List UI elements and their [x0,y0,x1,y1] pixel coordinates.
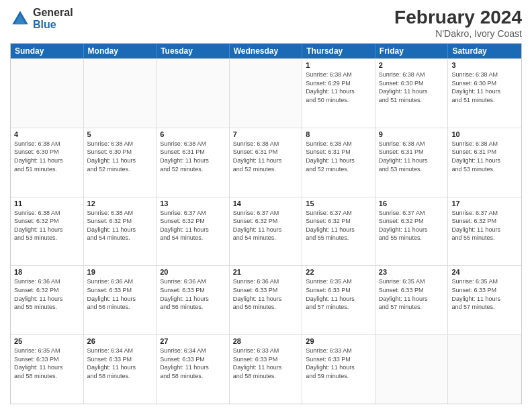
calendar-cell: 25Sunrise: 6:35 AM Sunset: 6:33 PM Dayli… [11,335,84,404]
calendar-cell: 9Sunrise: 6:38 AM Sunset: 6:31 PM Daylig… [375,128,449,197]
cell-info-text: Sunrise: 6:35 AM Sunset: 6:33 PM Dayligh… [451,277,518,311]
calendar-cell: 5Sunrise: 6:38 AM Sunset: 6:30 PM Daylig… [84,128,157,197]
logo-text: General Blue [33,7,73,30]
cell-date-number: 13 [160,199,226,208]
calendar-cell [11,59,84,128]
cell-info-text: Sunrise: 6:38 AM Sunset: 6:32 PM Dayligh… [87,209,153,242]
calendar-header-cell: Sunday [11,44,84,58]
cell-info-text: Sunrise: 6:33 AM Sunset: 6:33 PM Dayligh… [233,347,299,380]
cell-date-number: 12 [87,199,153,208]
cell-date-number: 27 [160,337,226,345]
calendar-title: February 2024 [394,7,522,28]
cell-info-text: Sunrise: 6:38 AM Sunset: 6:32 PM Dayligh… [14,209,80,242]
calendar-cell [230,59,303,128]
calendar-cell: 18Sunrise: 6:36 AM Sunset: 6:32 PM Dayli… [11,266,84,334]
calendar-week: 1Sunrise: 6:38 AM Sunset: 6:29 PM Daylig… [11,58,521,128]
calendar-cell: 6Sunrise: 6:38 AM Sunset: 6:31 PM Daylig… [157,128,230,197]
calendar-cell: 13Sunrise: 6:37 AM Sunset: 6:32 PM Dayli… [157,197,230,266]
cell-info-text: Sunrise: 6:34 AM Sunset: 6:33 PM Dayligh… [160,347,226,380]
calendar-cell [448,335,521,404]
calendar-cell: 15Sunrise: 6:37 AM Sunset: 6:32 PM Dayli… [302,197,375,266]
cell-date-number: 7 [233,130,299,138]
logo: General Blue [10,7,73,30]
cell-info-text: Sunrise: 6:38 AM Sunset: 6:30 PM Dayligh… [379,71,445,104]
cell-info-text: Sunrise: 6:38 AM Sunset: 6:30 PM Dayligh… [87,140,153,173]
calendar-header-cell: Wednesday [230,44,303,58]
calendar-header-cell: Monday [84,44,157,58]
calendar-week: 25Sunrise: 6:35 AM Sunset: 6:33 PM Dayli… [11,334,521,404]
cell-info-text: Sunrise: 6:36 AM Sunset: 6:33 PM Dayligh… [160,277,226,311]
cell-info-text: Sunrise: 6:38 AM Sunset: 6:29 PM Dayligh… [306,71,371,104]
cell-info-text: Sunrise: 6:37 AM Sunset: 6:32 PM Dayligh… [306,209,371,242]
cell-info-text: Sunrise: 6:36 AM Sunset: 6:33 PM Dayligh… [233,277,299,311]
cell-info-text: Sunrise: 6:35 AM Sunset: 6:33 PM Dayligh… [379,277,445,311]
calendar-cell: 10Sunrise: 6:38 AM Sunset: 6:31 PM Dayli… [448,128,521,197]
calendar-header-cell: Thursday [302,44,375,58]
cell-info-text: Sunrise: 6:38 AM Sunset: 6:31 PM Dayligh… [306,140,371,173]
cell-info-text: Sunrise: 6:36 AM Sunset: 6:32 PM Dayligh… [14,277,80,311]
cell-date-number: 21 [233,268,299,276]
cell-info-text: Sunrise: 6:35 AM Sunset: 6:33 PM Dayligh… [14,347,80,380]
cell-date-number: 15 [306,199,371,208]
calendar-header-cell: Saturday [448,44,521,58]
calendar-cell: 20Sunrise: 6:36 AM Sunset: 6:33 PM Dayli… [157,266,230,334]
calendar-cell: 12Sunrise: 6:38 AM Sunset: 6:32 PM Dayli… [84,197,157,266]
logo-general: General [33,7,73,19]
calendar-cell: 3Sunrise: 6:38 AM Sunset: 6:30 PM Daylig… [448,59,521,128]
cell-date-number: 25 [14,337,80,345]
calendar-cell [375,335,449,404]
cell-date-number: 23 [379,268,445,276]
calendar-cell: 1Sunrise: 6:38 AM Sunset: 6:29 PM Daylig… [302,59,375,128]
cell-date-number: 26 [87,337,153,345]
calendar-body: 1Sunrise: 6:38 AM Sunset: 6:29 PM Daylig… [11,58,521,404]
calendar-week: 11Sunrise: 6:38 AM Sunset: 6:32 PM Dayli… [11,197,521,266]
calendar-cell: 14Sunrise: 6:37 AM Sunset: 6:32 PM Dayli… [230,197,303,266]
cell-date-number: 3 [451,61,518,69]
calendar-cell: 17Sunrise: 6:37 AM Sunset: 6:32 PM Dayli… [448,197,521,266]
calendar-cell: 26Sunrise: 6:34 AM Sunset: 6:33 PM Dayli… [84,335,157,404]
cell-date-number: 10 [451,130,518,138]
cell-info-text: Sunrise: 6:37 AM Sunset: 6:32 PM Dayligh… [160,209,226,242]
cell-date-number: 24 [451,268,518,276]
cell-date-number: 11 [14,199,80,208]
cell-info-text: Sunrise: 6:38 AM Sunset: 6:30 PM Dayligh… [14,140,80,173]
cell-date-number: 19 [87,268,153,276]
cell-date-number: 6 [160,130,226,138]
logo-icon [10,9,30,29]
calendar-cell: 11Sunrise: 6:38 AM Sunset: 6:32 PM Dayli… [11,197,84,266]
cell-info-text: Sunrise: 6:37 AM Sunset: 6:32 PM Dayligh… [233,209,299,242]
cell-date-number: 18 [14,268,80,276]
cell-info-text: Sunrise: 6:35 AM Sunset: 6:33 PM Dayligh… [306,277,371,311]
calendar-cell: 29Sunrise: 6:33 AM Sunset: 6:33 PM Dayli… [302,335,375,404]
calendar-cell: 22Sunrise: 6:35 AM Sunset: 6:33 PM Dayli… [302,266,375,334]
cell-info-text: Sunrise: 6:38 AM Sunset: 6:31 PM Dayligh… [451,140,518,173]
calendar-cell [84,59,157,128]
calendar-subtitle: N'Dakro, Ivory Coast [394,28,522,39]
calendar-cell: 23Sunrise: 6:35 AM Sunset: 6:33 PM Dayli… [375,266,449,334]
cell-date-number: 16 [379,199,445,208]
cell-date-number: 22 [306,268,371,276]
cell-date-number: 29 [306,337,371,345]
calendar-cell: 2Sunrise: 6:38 AM Sunset: 6:30 PM Daylig… [375,59,449,128]
calendar-header-cell: Tuesday [157,44,230,58]
cell-date-number: 28 [233,337,299,345]
cell-date-number: 4 [14,130,80,138]
calendar-cell [157,59,230,128]
cell-info-text: Sunrise: 6:36 AM Sunset: 6:33 PM Dayligh… [87,277,153,311]
calendar-header-cell: Friday [375,44,449,58]
cell-info-text: Sunrise: 6:38 AM Sunset: 6:31 PM Dayligh… [233,140,299,173]
calendar-week: 18Sunrise: 6:36 AM Sunset: 6:32 PM Dayli… [11,265,521,334]
logo-blue: Blue [33,19,73,31]
calendar-cell: 21Sunrise: 6:36 AM Sunset: 6:33 PM Dayli… [230,266,303,334]
cell-date-number: 14 [233,199,299,208]
cell-info-text: Sunrise: 6:38 AM Sunset: 6:30 PM Dayligh… [451,71,518,104]
cell-date-number: 8 [306,130,371,138]
calendar-cell: 16Sunrise: 6:37 AM Sunset: 6:32 PM Dayli… [375,197,449,266]
calendar-cell: 28Sunrise: 6:33 AM Sunset: 6:33 PM Dayli… [230,335,303,404]
calendar-cell: 24Sunrise: 6:35 AM Sunset: 6:33 PM Dayli… [448,266,521,334]
cell-info-text: Sunrise: 6:38 AM Sunset: 6:31 PM Dayligh… [379,140,445,173]
calendar-week: 4Sunrise: 6:38 AM Sunset: 6:30 PM Daylig… [11,128,521,197]
calendar-header-row: SundayMondayTuesdayWednesdayThursdayFrid… [11,44,521,58]
calendar-cell: 19Sunrise: 6:36 AM Sunset: 6:33 PM Dayli… [84,266,157,334]
cell-info-text: Sunrise: 6:37 AM Sunset: 6:32 PM Dayligh… [379,209,445,242]
